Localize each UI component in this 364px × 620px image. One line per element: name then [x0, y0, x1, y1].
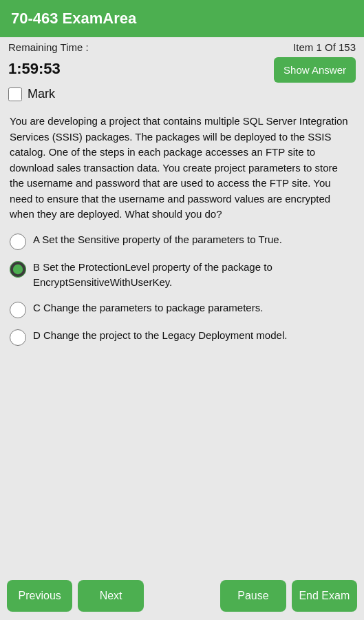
- option-text: A Set the Sensitive property of the para…: [33, 232, 282, 248]
- radio-button[interactable]: [10, 302, 26, 318]
- question-text: You are developing a project that contai…: [10, 114, 354, 223]
- answer-option-d: D Change the project to the Legacy Deplo…: [10, 328, 354, 346]
- radio-button[interactable]: [10, 234, 26, 250]
- mark-row: Mark: [0, 85, 364, 107]
- meta-bar: Remaining Time : Item 1 Of 153: [0, 37, 364, 54]
- end-exam-button[interactable]: End Exam: [292, 580, 357, 612]
- options-container: A Set the Sensitive property of the para…: [10, 232, 354, 346]
- option-text: D Change the project to the Legacy Deplo…: [33, 328, 287, 344]
- remaining-time-label: Remaining Time :: [8, 41, 89, 53]
- question-area: You are developing a project that contai…: [0, 107, 364, 572]
- item-counter: Item 1 Of 153: [293, 41, 356, 53]
- option-text: C Change the parameters to package param…: [33, 300, 263, 316]
- previous-button[interactable]: Previous: [7, 580, 72, 612]
- answer-option-b: B Set the ProtectionLevel property of th…: [10, 260, 354, 291]
- option-text: B Set the ProtectionLevel property of th…: [33, 260, 354, 291]
- answer-option-c: C Change the parameters to package param…: [10, 300, 354, 318]
- app-title: 70-463 ExamArea: [11, 10, 136, 27]
- nav-spacer: [149, 580, 215, 612]
- mark-checkbox[interactable]: [8, 87, 22, 101]
- timer-display: 1:59:53: [8, 57, 61, 78]
- next-button[interactable]: Next: [78, 580, 143, 612]
- bottom-nav: Previous Next Pause End Exam: [0, 572, 364, 620]
- radio-button[interactable]: [10, 329, 26, 346]
- radio-button[interactable]: [10, 261, 26, 278]
- timer-row: 1:59:53 Show Answer: [0, 54, 364, 85]
- mark-label: Mark: [28, 87, 55, 101]
- show-answer-button[interactable]: Show Answer: [274, 57, 356, 83]
- pause-button[interactable]: Pause: [220, 580, 286, 612]
- app-header: 70-463 ExamArea: [0, 0, 364, 37]
- answer-option-a: A Set the Sensitive property of the para…: [10, 232, 354, 250]
